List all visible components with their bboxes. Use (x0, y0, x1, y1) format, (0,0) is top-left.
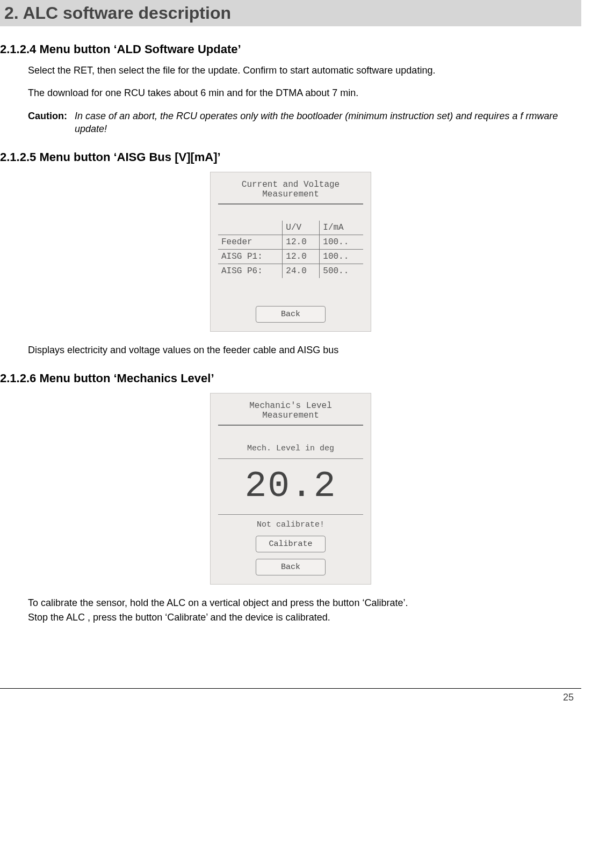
aisg-title-2: Measurement (218, 189, 363, 199)
caution-row: Caution: In case of an abort, the RCU op… (28, 110, 581, 136)
level-title-2: Measurement (218, 411, 363, 420)
aisg-row0-uv: 12.0 (283, 235, 320, 250)
level-value: 20.2 (218, 465, 363, 507)
caution-label: Caution: (28, 110, 67, 136)
aisg-table: U/V I/mA Feeder 12.0 100.. AISG P1: 12.0… (218, 221, 363, 278)
text-2124-p1: Select the RET, then select the file for… (28, 64, 581, 77)
aisg-col-blank (218, 221, 283, 235)
aisg-title-1: Current and Voltage (218, 180, 363, 189)
level-mid-label: Mech. Level in deg (218, 444, 363, 453)
table-row: Feeder 12.0 100.. (218, 235, 363, 250)
aisg-row2-ima: 500.. (320, 264, 363, 279)
aisg-col-ima: I/mA (320, 221, 363, 235)
page-footer: 25 (0, 688, 581, 709)
device-screen-aisg: Current and Voltage Measurement U/V I/mA… (210, 172, 371, 332)
divider (218, 203, 363, 205)
back-button[interactable]: Back (256, 306, 326, 323)
heading-2124: 2.1.2.4 Menu button ‘ALD Software Update… (0, 42, 581, 56)
text-2124-p2: The download for one RCU takes about 6 m… (28, 86, 581, 99)
page-number: 25 (563, 692, 574, 703)
aisg-row0-label: Feeder (218, 235, 283, 250)
aisg-row2-uv: 24.0 (283, 264, 320, 279)
level-title-1: Mechanic's Level (218, 401, 363, 411)
aisg-row2-label: AISG P6: (218, 264, 283, 279)
calibrate-button[interactable]: Calibrate (256, 536, 326, 552)
aisg-row1-ima: 100.. (320, 250, 363, 264)
text-2125-desc: Displays electricity and voltage values … (28, 344, 581, 356)
text-2126-desc1: To calibrate the sensor, hold the ALC on… (28, 596, 581, 609)
back-button[interactable]: Back (256, 559, 326, 575)
aisg-row1-label: AISG P1: (218, 250, 283, 264)
device-screen-level: Mechanic's Level Measurement Mech. Level… (210, 393, 371, 585)
divider (218, 425, 363, 426)
divider (218, 514, 363, 515)
page-banner: 2. ALC software description (0, 0, 581, 26)
heading-2125: 2.1.2.5 Menu button ‘AISG Bus [V][mA]’ (0, 150, 581, 164)
text-2126-desc2: Stop the ALC , press the button ‘Calibra… (28, 611, 581, 624)
level-warning: Not calibrate! (218, 520, 363, 529)
table-row: AISG P1: 12.0 100.. (218, 250, 363, 264)
aisg-col-uv: U/V (283, 221, 320, 235)
aisg-row1-uv: 12.0 (283, 250, 320, 264)
table-row: AISG P6: 24.0 500.. (218, 264, 363, 279)
divider (218, 458, 363, 459)
aisg-row0-ima: 100.. (320, 235, 363, 250)
caution-text: In case of an abort, the RCU operates on… (75, 110, 581, 136)
heading-2126: 2.1.2.6 Menu button ‘Mechanics Level’ (0, 371, 581, 385)
